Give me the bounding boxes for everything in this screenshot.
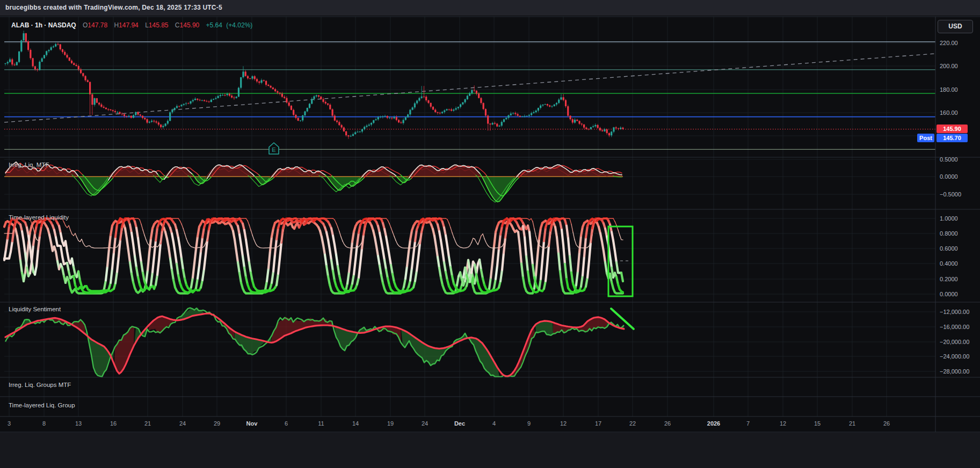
low-label: L — [145, 21, 149, 29]
time-axis-tick: 8 — [42, 420, 46, 427]
post-market-label-chip: Post — [917, 134, 934, 142]
time-axis-tick: 26 — [883, 420, 890, 427]
time-axis-tick: 24 — [179, 420, 186, 427]
time-axis-tick: Nov — [246, 420, 258, 427]
time-axis-tick: 15 — [814, 420, 821, 427]
price-axis-label: 0.0000 — [940, 291, 958, 297]
price-axis-label: 0.0000 — [940, 173, 958, 180]
time-axis-tick: 9 — [527, 420, 531, 427]
time-axis-tick: 6 — [285, 420, 288, 427]
low-value: 145.85 — [149, 21, 169, 29]
time-axis-tick: 26 — [664, 420, 671, 427]
indicator-title-time-layered-liquidity[interactable]: Time-layered Liquidity — [9, 214, 69, 221]
price-axis-label: −12,000.00 — [940, 309, 969, 315]
close-label: C — [175, 21, 180, 29]
high-label: H — [114, 21, 119, 29]
currency-toggle-button[interactable]: USD — [938, 20, 973, 33]
chart-plot[interactable]: E — [0, 0, 980, 468]
price-axis-label: 0.5000 — [940, 156, 958, 163]
footer-strip: TradingView — [0, 433, 980, 468]
time-axis-tick: 24 — [422, 420, 428, 427]
last-price-chip: 145.90 — [937, 125, 968, 133]
indicator-title-time-layered-liq-group[interactable]: Time-layered Liq. Group — [9, 402, 75, 408]
open-value: 147.78 — [88, 21, 107, 29]
time-axis-tick: 21 — [144, 420, 151, 427]
time-axis-tick: 12 — [780, 420, 786, 427]
price-axis-label: 220.00 — [940, 40, 958, 46]
price-axis-label: −24,000.00 — [940, 353, 969, 360]
price-axis-label: 0.4000 — [940, 260, 958, 267]
price-axis-label: 200.00 — [940, 63, 958, 69]
indicator-title-liquidity-sentiment[interactable]: Liquidity Sentiment — [9, 306, 61, 312]
price-axis-label: 0.6000 — [940, 245, 958, 252]
time-axis-tick: 21 — [849, 420, 855, 427]
post-market-price-chip: 145.70 — [937, 134, 968, 142]
time-axis-tick: 7 — [746, 420, 750, 427]
time-axis-tick: 19 — [387, 420, 394, 427]
time-axis-tick: 3 — [8, 420, 11, 427]
time-axis-tick: 16 — [110, 420, 117, 427]
time-axis-tick: 29 — [214, 420, 220, 427]
earnings-marker-icon[interactable]: E — [269, 143, 279, 154]
symbol-title[interactable]: ALAB · 1h · NASDAQ — [11, 21, 76, 29]
time-axis-tick: Dec — [454, 420, 465, 427]
high-value: 147.94 — [119, 21, 139, 29]
change-value: +5.64 — [206, 21, 222, 29]
price-axis-label: 1.0000 — [940, 215, 958, 222]
open-label: O — [83, 21, 88, 29]
svg-text:E: E — [272, 147, 275, 153]
price-axis-label: 160.00 — [940, 109, 958, 116]
close-value: 145.90 — [180, 21, 200, 29]
time-axis-tick: 13 — [75, 420, 82, 427]
price-axis-label: 180.00 — [940, 86, 958, 93]
time-axis-tick: 14 — [352, 420, 359, 427]
price-axis-label: −0.5000 — [940, 191, 961, 198]
price-axis-label: 0.2000 — [940, 276, 958, 282]
tradingview-chart-window: brucegibbs created with TradingView.com,… — [0, 0, 980, 468]
time-axis-tick: 17 — [595, 420, 601, 427]
price-axis-label: 0.8000 — [940, 230, 958, 237]
change-percent: (+4.02%) — [226, 21, 252, 29]
symbol-info-bar[interactable]: ALAB · 1h · NASDAQ O147.78 H147.94 L145.… — [11, 21, 252, 29]
price-axis-label: −16,000.00 — [940, 324, 969, 330]
price-axis-label: −20,000.00 — [940, 339, 969, 345]
indicator-title-irreg-liq-groups-mtf[interactable]: Irreg. Liq. Groups MTF — [9, 382, 71, 388]
indicator-title-irreg-liq-mtf[interactable]: Irreg. Liq. MTF — [9, 162, 49, 168]
time-axis-tick: 4 — [492, 420, 496, 427]
time-axis-tick: 22 — [629, 420, 636, 427]
price-axis-label: −28,000.00 — [940, 368, 969, 375]
time-axis-tick: 11 — [318, 420, 324, 427]
time-axis-tick: 2026 — [707, 420, 720, 427]
time-axis-tick: 12 — [560, 420, 567, 427]
